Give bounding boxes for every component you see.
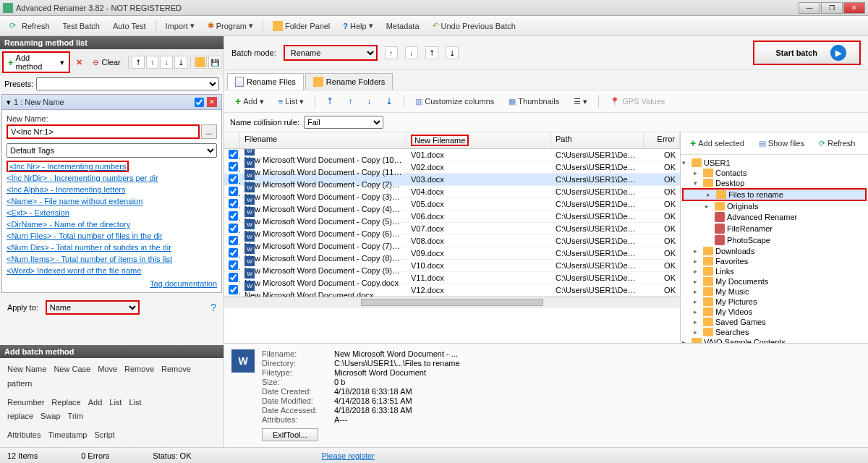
- tree-item[interactable]: ▾Desktop: [682, 178, 867, 188]
- sort-top-button[interactable]: ⤒: [321, 94, 339, 109]
- tab-rename-files[interactable]: Rename Files: [227, 73, 304, 90]
- batch-method-link[interactable]: Renumber: [7, 398, 44, 407]
- row-checkbox[interactable]: [229, 248, 238, 258]
- add-files-button[interactable]: +Add ▾: [230, 93, 269, 109]
- minimize-button[interactable]: —: [799, 2, 820, 14]
- row-checkbox[interactable]: [229, 150, 238, 159]
- collapse-icon[interactable]: ▾: [7, 98, 11, 107]
- customize-columns-button[interactable]: ▥Customize columns: [410, 95, 499, 109]
- metadata-button[interactable]: Metadata: [381, 20, 425, 33]
- tree-item[interactable]: ▸Favorites: [682, 256, 867, 266]
- folder-panel-button[interactable]: Folder Panel: [268, 19, 335, 33]
- tag-link[interactable]: <DirName> - Name of the directory: [7, 218, 217, 230]
- move-bottom-button[interactable]: ⤓: [174, 56, 187, 69]
- move-up-button[interactable]: ↑: [146, 56, 159, 69]
- col-path[interactable]: Path: [551, 132, 644, 148]
- save-button[interactable]: 💾: [208, 56, 221, 69]
- batch-method-link[interactable]: Trim: [68, 412, 84, 420]
- tab-rename-folders[interactable]: Rename Folders: [305, 73, 393, 90]
- row-checkbox[interactable]: [229, 285, 238, 294]
- open-folder-button[interactable]: [194, 56, 207, 69]
- sort-down-button[interactable]: ↓: [362, 94, 376, 109]
- default-tags-select[interactable]: Default Tags: [7, 143, 217, 158]
- batch-method-link[interactable]: Attributes: [7, 430, 41, 439]
- tag-picker-button[interactable]: ...: [201, 124, 217, 139]
- row-checkbox[interactable]: [229, 211, 238, 221]
- sort-up-button[interactable]: ↑: [343, 94, 357, 109]
- thumbnails-button[interactable]: ▦Thumbnails: [503, 95, 564, 109]
- row-checkbox[interactable]: [229, 162, 238, 171]
- register-link[interactable]: Please register: [322, 451, 375, 460]
- tag-link[interactable]: <Num Files> - Total number of files in t…: [7, 230, 217, 242]
- row-checkbox[interactable]: [229, 236, 238, 245]
- undo-button[interactable]: ↶Undo Previous Batch: [427, 19, 521, 33]
- list-menu[interactable]: ≡List ▾: [273, 95, 310, 109]
- batch-method-link[interactable]: New Case: [54, 365, 90, 373]
- tree-item[interactable]: ▸My Videos: [682, 307, 867, 317]
- row-checkbox[interactable]: [229, 199, 238, 208]
- expand-icon[interactable]: ▸: [694, 308, 701, 315]
- col-filename[interactable]: Filename: [240, 132, 407, 148]
- col-error[interactable]: Error: [644, 132, 680, 148]
- tree-item[interactable]: ▸My Documents: [682, 276, 867, 286]
- apply-to-select[interactable]: Name: [46, 300, 140, 315]
- expand-icon[interactable]: ▸: [705, 203, 712, 210]
- tree-item[interactable]: ▸VAIO Sample Contents: [682, 337, 867, 343]
- move-down-button[interactable]: ↓: [160, 56, 173, 69]
- batch-down-button[interactable]: ↓: [405, 46, 418, 59]
- help-icon[interactable]: ?: [210, 302, 216, 313]
- expand-icon[interactable]: ▸: [694, 247, 701, 255]
- add-selected-button[interactable]: +Add selected: [685, 135, 749, 151]
- tree-item[interactable]: ▸Searches: [682, 327, 867, 337]
- presets-select[interactable]: [36, 77, 219, 90]
- sort-bottom-button[interactable]: ⤓: [380, 94, 398, 109]
- tag-link[interactable]: <Num Items> - Total number of items in t…: [7, 253, 217, 265]
- expand-icon[interactable]: ▾: [694, 179, 701, 187]
- row-checkbox[interactable]: [229, 273, 238, 282]
- clear-button[interactable]: ⊖Clear: [88, 57, 124, 68]
- tree-item[interactable]: ▸Links: [682, 266, 867, 276]
- batch-top-button[interactable]: ⤒: [425, 46, 438, 59]
- tree-item[interactable]: ▸Saved Games: [682, 317, 867, 327]
- batch-up-button[interactable]: ↑: [385, 46, 398, 59]
- tag-link[interactable]: <Name> - File name without extension: [7, 195, 217, 207]
- exiftool-button[interactable]: ExifTool...: [262, 428, 318, 441]
- batch-method-link[interactable]: New Name: [7, 365, 46, 373]
- tag-link[interactable]: <Num Dirs> - Total number of subdirs in …: [7, 242, 217, 253]
- close-button[interactable]: ✕: [843, 2, 865, 14]
- expand-icon[interactable]: ▸: [694, 298, 701, 305]
- tag-link[interactable]: <Ext> - Extension: [7, 207, 217, 218]
- expand-icon[interactable]: ▸: [707, 191, 714, 198]
- row-checkbox[interactable]: [229, 174, 238, 184]
- help-menu[interactable]: ?Help ▾: [338, 19, 378, 33]
- batch-method-link[interactable]: Move: [98, 365, 117, 373]
- batch-method-link[interactable]: Swap: [41, 412, 61, 420]
- expand-icon[interactable]: ▾: [682, 159, 689, 166]
- tree-item[interactable]: FileRenamer: [682, 223, 867, 234]
- row-checkbox[interactable]: [229, 260, 238, 270]
- start-batch-button[interactable]: Start batch ▶: [753, 41, 861, 65]
- move-top-button[interactable]: ⤒: [132, 56, 145, 69]
- auto-test-button[interactable]: Auto Test: [108, 20, 151, 33]
- tree-refresh-button[interactable]: ⟳Refresh: [814, 137, 861, 150]
- program-menu[interactable]: ✱Program ▾: [203, 19, 258, 33]
- col-new-filename[interactable]: New Filename: [407, 132, 551, 148]
- delete-method-button[interactable]: ✕: [72, 57, 87, 68]
- tree-item[interactable]: ▸Contacts: [682, 168, 867, 178]
- tag-link[interactable]: <Inc Alpha> - Incrementing letters: [7, 184, 217, 195]
- batch-method-link[interactable]: List: [109, 398, 122, 407]
- import-menu[interactable]: Import ▾: [161, 19, 200, 33]
- add-method-button[interactable]: +Add method ▾: [2, 51, 70, 73]
- batch-method-link[interactable]: Timestamp: [48, 430, 87, 439]
- method-close-button[interactable]: ✕: [207, 97, 217, 107]
- new-name-input[interactable]: [7, 124, 200, 139]
- tag-link[interactable]: <Inc NrDir> - Incrementing numbers per d…: [7, 172, 217, 184]
- expand-icon[interactable]: ▸: [694, 328, 701, 336]
- tree-item[interactable]: PhotoScape: [682, 234, 867, 246]
- tree-item[interactable]: ▸Originals: [682, 201, 867, 211]
- tag-link[interactable]: <Word> Indexed word of the file name: [7, 265, 217, 276]
- horizontal-scrollbar[interactable]: [224, 297, 680, 308]
- tree-item[interactable]: ▾USER1: [682, 158, 867, 168]
- expand-icon[interactable]: ▸: [694, 258, 701, 265]
- collision-select[interactable]: Fail: [304, 116, 383, 129]
